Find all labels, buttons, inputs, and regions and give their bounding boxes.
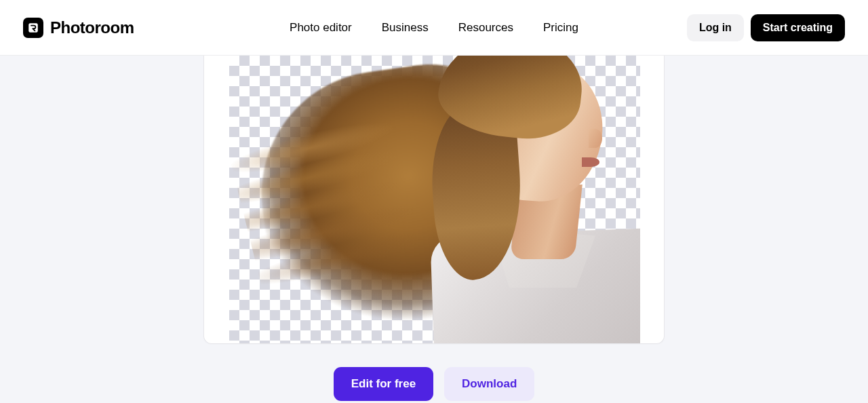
main-content: Edit for free Download	[0, 56, 868, 401]
start-creating-button[interactable]: Start creating	[751, 14, 845, 41]
subject-cutout	[263, 56, 629, 343]
brand-name: Photoroom	[50, 18, 134, 37]
site-header: Photoroom Photo editor Business Resource…	[0, 0, 868, 56]
primary-nav: Photo editor Business Resources Pricing	[290, 21, 578, 35]
download-button[interactable]: Download	[444, 367, 534, 401]
login-button[interactable]: Log in	[687, 14, 744, 41]
nav-business[interactable]: Business	[382, 21, 429, 35]
nav-pricing[interactable]: Pricing	[543, 21, 578, 35]
brand-logo[interactable]: Photoroom	[23, 18, 134, 38]
nav-photo-editor[interactable]: Photo editor	[290, 21, 352, 35]
image-canvas[interactable]	[229, 56, 640, 343]
nav-resources[interactable]: Resources	[458, 21, 513, 35]
editor-card	[203, 56, 665, 344]
svg-rect-0	[28, 23, 38, 33]
edit-for-free-button[interactable]: Edit for free	[334, 367, 433, 401]
editor-actions: Edit for free Download	[334, 367, 535, 401]
header-actions: Log in Start creating	[687, 14, 845, 41]
logo-mark-icon	[23, 18, 43, 38]
